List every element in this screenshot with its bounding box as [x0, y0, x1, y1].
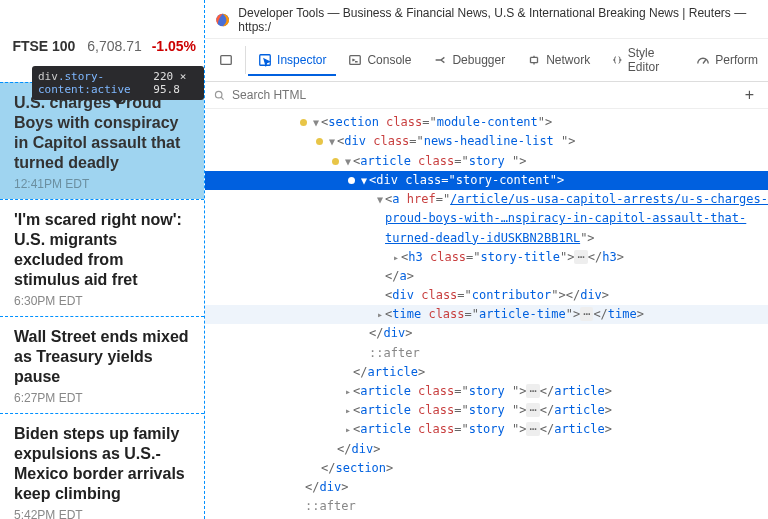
dom-node[interactable]: ::after	[205, 344, 768, 363]
dom-node-selected[interactable]: ▼<div class="story-content">	[205, 171, 768, 190]
story-title: 'I'm scared right now': U.S. migrants ex…	[14, 210, 190, 290]
story-time: 6:30PM EDT	[14, 294, 190, 308]
story-time: 5:42PM EDT	[14, 508, 190, 519]
dom-node[interactable]: ::after	[205, 497, 768, 516]
dom-node[interactable]: </a>	[205, 267, 768, 286]
tab-style-editor[interactable]: Style Editor	[602, 39, 684, 81]
tooltip-dimensions: 220 × 95.8	[153, 70, 198, 96]
firefox-icon	[215, 12, 230, 28]
story-list: U.S. charges Proud Boys with conspiracy …	[0, 82, 204, 519]
ticker-row: FTSE 100 6,708.71 -1.05%	[12, 38, 196, 54]
ticker-change: -1.05%	[152, 38, 196, 54]
dom-node[interactable]: </article>	[205, 363, 768, 382]
dom-node[interactable]: <div class="contributor"></div>	[205, 286, 768, 305]
dom-node[interactable]: ▸<article class="story ">⋯</article>	[205, 420, 768, 439]
dom-node[interactable]: ▸<article class="story ">⋯</article>	[205, 382, 768, 401]
story-time: 6:27PM EDT	[14, 391, 190, 405]
dom-node[interactable]: </section>	[205, 459, 768, 478]
story-title: U.S. charges Proud Boys with conspiracy …	[14, 93, 190, 173]
console-icon	[348, 53, 362, 67]
performance-icon	[696, 53, 710, 67]
svg-rect-1	[221, 56, 232, 65]
story-item[interactable]: Wall Street ends mixed as Treasury yield…	[0, 316, 204, 413]
search-html-input[interactable]	[232, 88, 739, 102]
tab-inspector[interactable]: Inspector	[248, 46, 336, 76]
tab-console[interactable]: Console	[338, 46, 421, 74]
story-title: Wall Street ends mixed as Treasury yield…	[14, 327, 190, 387]
story-title: Biden steps up family expulsions as U.S.…	[14, 424, 190, 504]
svg-point-4	[215, 91, 222, 98]
ticker-value: 6,708.71	[87, 38, 142, 54]
tab-iframe-picker[interactable]	[213, 46, 246, 74]
dom-node[interactable]: ▸<h3 class="story-title">⋯</h3>	[205, 248, 768, 267]
devtools-tabs: Inspector Console Debugger Network Style…	[205, 39, 768, 82]
tab-network[interactable]: Network	[517, 46, 600, 74]
dom-tree[interactable]: ▼<section class="module-content"> ▼<div …	[205, 109, 768, 519]
inspector-icon	[258, 53, 272, 67]
tab-performance[interactable]: Perform	[686, 46, 768, 74]
story-item[interactable]: 'I'm scared right now': U.S. migrants ex…	[0, 199, 204, 316]
story-item[interactable]: Biden steps up family expulsions as U.S.…	[0, 413, 204, 519]
devtools-panel: Developer Tools — Business & Financial N…	[205, 0, 768, 519]
devtools-titlebar: Developer Tools — Business & Financial N…	[205, 0, 768, 39]
dom-node[interactable]: </div>	[205, 324, 768, 343]
story-time: 12:41PM EDT	[14, 177, 190, 191]
inspector-tooltip: div.story-content:active 220 × 95.8	[32, 66, 204, 100]
dom-node[interactable]: ▼<article class="story ">	[205, 152, 768, 171]
dom-node[interactable]: ▼<a href="/article/us-usa-capitol-arrest…	[205, 190, 768, 209]
ticker-name: FTSE 100	[12, 38, 75, 54]
dom-node[interactable]: </div>	[205, 478, 768, 497]
rectangle-icon	[219, 53, 233, 67]
add-node-button[interactable]: +	[739, 86, 760, 104]
dom-node[interactable]: turned-deadly-idUSKBN2BB1RL">	[205, 229, 768, 248]
dom-node[interactable]: ▸<article class="story ">⋯</article>	[205, 401, 768, 420]
dom-node[interactable]: ▸<time class="article-time">⋯</time>	[205, 305, 768, 324]
search-icon	[213, 89, 226, 102]
debugger-icon	[433, 53, 447, 67]
page-preview-panel: FTSE 100 6,708.71 -1.05% div.story-conte…	[0, 0, 205, 519]
search-html-bar: +	[205, 82, 768, 109]
dom-node[interactable]: ▼<div class="news-headline-list ">	[205, 132, 768, 151]
window-title: Developer Tools — Business & Financial N…	[238, 6, 758, 34]
dom-node[interactable]: ▼<section class="module-content">	[205, 113, 768, 132]
network-icon	[527, 53, 541, 67]
dom-node[interactable]: </div>	[205, 440, 768, 459]
tab-debugger[interactable]: Debugger	[423, 46, 515, 74]
style-icon	[612, 53, 623, 67]
dom-node[interactable]: proud-boys-with-…nspiracy-in-capitol-ass…	[205, 209, 768, 228]
